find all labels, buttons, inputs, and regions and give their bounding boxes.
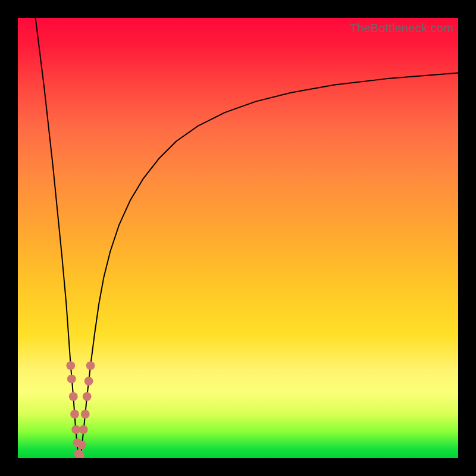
marker-point xyxy=(77,440,86,449)
marker-point xyxy=(66,361,75,370)
plot-area: TheBottleneck.com xyxy=(18,18,458,458)
curve-right-branch xyxy=(81,73,458,456)
marker-point xyxy=(83,392,92,401)
curve-left-branch xyxy=(36,18,79,456)
marker-point xyxy=(67,374,76,383)
marker-point xyxy=(81,410,90,419)
marker-point xyxy=(69,392,78,401)
marker-point xyxy=(84,377,93,386)
marker-point xyxy=(70,410,79,419)
marker-group xyxy=(66,361,95,458)
marker-point xyxy=(71,425,80,434)
marker-point xyxy=(79,425,88,434)
marker-point xyxy=(86,361,95,370)
curve-layer xyxy=(18,18,458,458)
chart-frame: TheBottleneck.com xyxy=(0,0,476,476)
